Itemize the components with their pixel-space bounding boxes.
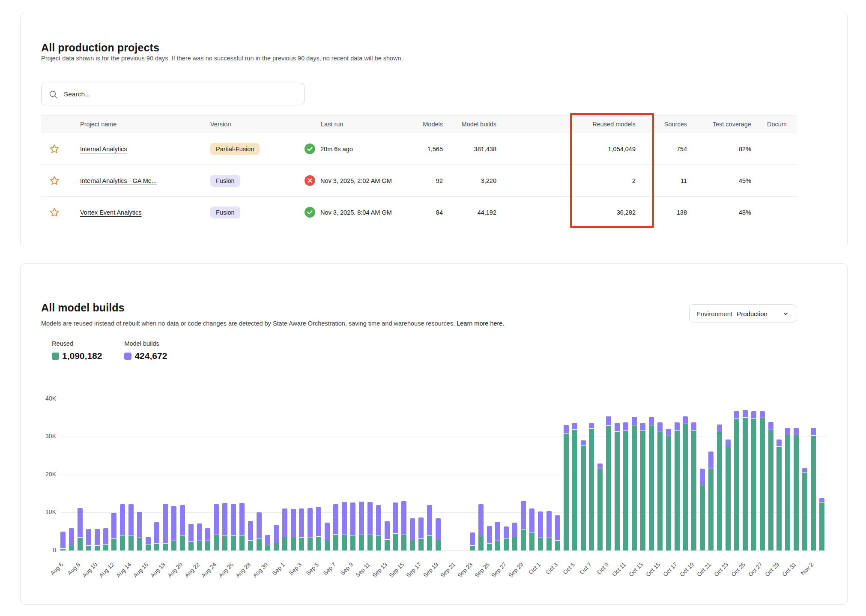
chart-bar-reused-segment[interactable] (487, 544, 492, 550)
chart-bar-builds-segment[interactable] (470, 532, 475, 545)
chart-bar-reused-segment[interactable] (333, 535, 338, 550)
chart-bar-builds-segment[interactable] (248, 521, 253, 540)
chart-bar-builds-segment[interactable] (146, 537, 151, 544)
chart-bar-builds-segment[interactable] (154, 522, 159, 543)
chart-bar-reused-segment[interactable] (78, 538, 83, 550)
chart-bar-builds-segment[interactable] (504, 526, 509, 538)
chart-bar-builds-segment[interactable] (606, 416, 611, 425)
chart-bar-reused-segment[interactable] (700, 485, 705, 550)
chart-bar-builds-segment[interactable] (546, 511, 552, 538)
chart-bar-builds-segment[interactable] (316, 507, 321, 536)
chart-bar-reused-segment[interactable] (632, 425, 637, 550)
chart-bar-reused-segment[interactable] (248, 541, 253, 550)
chart-bar-builds-segment[interactable] (538, 511, 543, 538)
chart-bar-reused-segment[interactable] (188, 542, 194, 550)
chart-bar-reused-segment[interactable] (222, 535, 227, 550)
chart-bar-reused-segment[interactable] (86, 546, 91, 550)
chart-bar-builds-segment[interactable] (811, 428, 816, 435)
chart-bar-builds-segment[interactable] (691, 422, 696, 430)
chart-bar-builds-segment[interactable] (785, 428, 790, 435)
chart-bar-builds-segment[interactable] (666, 429, 671, 436)
chart-bar-reused-segment[interactable] (495, 541, 500, 550)
chart-bar-builds-segment[interactable] (700, 469, 705, 485)
chart-bar-builds-segment[interactable] (291, 509, 296, 537)
chart-bar-builds-segment[interactable] (708, 452, 714, 469)
chart-bar-builds-segment[interactable] (564, 425, 569, 433)
chart-bar-reused-segment[interactable] (794, 435, 799, 550)
chart-bar-reused-segment[interactable] (401, 535, 406, 550)
chart-bar-reused-segment[interactable] (802, 472, 807, 550)
chart-bar-reused-segment[interactable] (708, 469, 714, 550)
chart-bar-builds-segment[interactable] (274, 525, 279, 543)
column-header-model_builds[interactable]: Model builds (448, 116, 502, 133)
chart-bar-builds-segment[interactable] (589, 423, 594, 428)
chart-bar-builds-segment[interactable] (401, 501, 406, 535)
chart-bar-builds-segment[interactable] (623, 422, 628, 431)
chart-bar-builds-segment[interactable] (120, 504, 125, 535)
chart-bar-reused-segment[interactable] (393, 534, 398, 550)
chart-bar-reused-segment[interactable] (726, 447, 731, 550)
chart-bar-builds-segment[interactable] (529, 508, 535, 532)
favorite-star-icon[interactable] (49, 144, 60, 155)
chart-bar-reused-segment[interactable] (163, 544, 168, 550)
chart-bar-reused-segment[interactable] (751, 419, 756, 550)
chart-bar-builds-segment[interactable] (111, 513, 116, 538)
column-header-models[interactable]: Models (422, 116, 448, 133)
chart-bar-reused-segment[interactable] (683, 424, 688, 550)
chart-bar-reused-segment[interactable] (325, 540, 330, 550)
chart-bar-reused-segment[interactable] (120, 535, 125, 550)
chart-bar-reused-segment[interactable] (69, 545, 74, 550)
chart-bar-builds-segment[interactable] (231, 504, 236, 535)
chart-bar-reused-segment[interactable] (666, 436, 671, 550)
chart-bar-reused-segment[interactable] (410, 540, 415, 550)
chart-bar-reused-segment[interactable] (785, 435, 790, 550)
chart-bar-reused-segment[interactable] (146, 544, 151, 550)
chart-bar-reused-segment[interactable] (111, 539, 116, 550)
chart-bar-reused-segment[interactable] (572, 430, 577, 550)
chart-bar-reused-segment[interactable] (734, 419, 739, 550)
chart-bar-reused-segment[interactable] (350, 535, 355, 550)
chart-bar-reused-segment[interactable] (657, 431, 663, 550)
chart-bar-builds-segment[interactable] (95, 529, 100, 545)
chart-bar-builds-segment[interactable] (180, 505, 185, 535)
chart-bar-reused-segment[interactable] (291, 537, 296, 550)
chart-bar-builds-segment[interactable] (418, 517, 424, 539)
chart-bar-builds-segment[interactable] (436, 518, 441, 540)
chart-bar-reused-segment[interactable] (538, 538, 543, 550)
chart-bar-builds-segment[interactable] (393, 502, 398, 533)
chart-bar-builds-segment[interactable] (333, 504, 338, 534)
favorite-star-icon[interactable] (49, 175, 60, 186)
chart-bar-builds-segment[interactable] (794, 428, 799, 435)
chart-bar-reused-segment[interactable] (95, 546, 100, 550)
chart-bar-builds-segment[interactable] (342, 502, 347, 534)
chart-bar-reused-segment[interactable] (546, 538, 552, 550)
chart-bar-reused-segment[interactable] (282, 537, 287, 550)
chart-bar-reused-segment[interactable] (649, 425, 654, 550)
chart-bar-builds-segment[interactable] (555, 515, 560, 540)
chart-bar-reused-segment[interactable] (504, 538, 509, 550)
chart-bar-reused-segment[interactable] (137, 538, 142, 550)
chart-bar-reused-segment[interactable] (60, 549, 66, 550)
chart-bar-builds-segment[interactable] (299, 508, 304, 537)
chart-bar-reused-segment[interactable] (274, 543, 279, 550)
chart-bar-reused-segment[interactable] (231, 536, 236, 550)
chart-bar-builds-segment[interactable] (581, 440, 586, 445)
chart-bar-builds-segment[interactable] (69, 528, 74, 545)
chart-bar-builds-segment[interactable] (640, 423, 645, 431)
chart-bar-builds-segment[interactable] (86, 529, 91, 545)
chart-bar-builds-segment[interactable] (427, 505, 432, 535)
project-search[interactable] (41, 83, 305, 105)
chart-bar-builds-segment[interactable] (171, 506, 176, 541)
chart-bar-builds-segment[interactable] (495, 522, 500, 541)
column-header-sources[interactable]: Sources (641, 116, 692, 133)
chart-bar-builds-segment[interactable] (768, 422, 773, 430)
chart-bar-builds-segment[interactable] (819, 498, 824, 502)
chart-bar-builds-segment[interactable] (597, 463, 603, 469)
chart-bar-builds-segment[interactable] (776, 440, 782, 446)
chart-bar-builds-segment[interactable] (282, 508, 287, 537)
chart-bar-reused-segment[interactable] (597, 469, 603, 550)
chart-bar-reused-segment[interactable] (359, 535, 364, 550)
chart-bar-reused-segment[interactable] (776, 447, 782, 550)
chart-bar-reused-segment[interactable] (427, 536, 432, 550)
chart-bar-reused-segment[interactable] (675, 431, 680, 550)
